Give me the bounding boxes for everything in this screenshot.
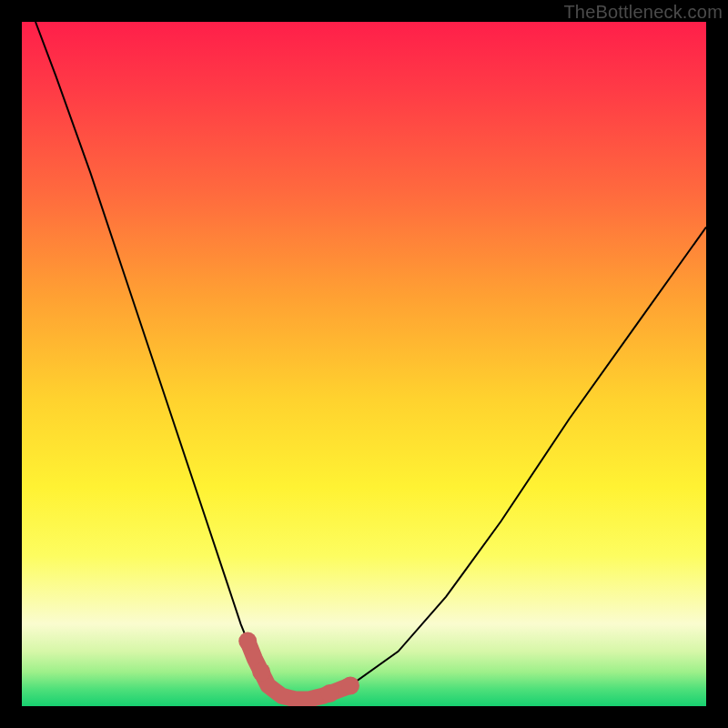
highlight-dot-left-2 [252,662,270,681]
curve-svg [22,22,706,706]
highlight-dot-left-1 [238,632,257,651]
highlight-dot-right-1 [320,684,339,703]
curve-group [35,22,706,703]
watermark-text: TheBottleneck.com [563,2,723,23]
highlight-dot-right-2 [341,676,359,694]
plot-area [22,22,706,706]
bottleneck-curve-line [35,22,706,700]
